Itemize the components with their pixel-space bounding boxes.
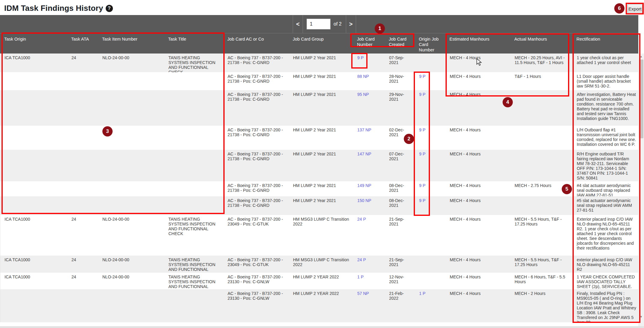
job-card-link[interactable]: 88 NP [357, 74, 369, 79]
horizontal-scrollbar[interactable] [0, 326, 644, 328]
table-cell: HM LUMP 2 Year 2021 [289, 90, 353, 126]
column-header[interactable]: Task ATA [67, 33, 98, 54]
table-cell [164, 196, 223, 215]
grid-column-headers: Task OriginTask ATATask Item NumberTask … [0, 33, 638, 54]
job-card-link[interactable]: 9 P [357, 55, 364, 60]
table-cell: MECH - 4 Hours [446, 273, 510, 289]
table-cell: HM MSG3 LUMP C Transition 2022 [289, 256, 353, 273]
table-cell [415, 54, 446, 72]
table-cell: MECH - 4 Hours [446, 90, 510, 126]
job-card-link[interactable]: 147 NP [357, 152, 371, 156]
table-cell: 9 P [353, 54, 385, 72]
table-cell: AC - Boeing 737 - B737-200 - 23049 - Pos… [223, 256, 289, 273]
table-cell: T&F - 1 Hours [510, 72, 573, 90]
table-cell [98, 289, 164, 322]
table-row: AC - Boeing 737 - B737-200 - 21738 - Pos… [0, 126, 639, 150]
table-cell: HM LUMP 2 Year 2021 [289, 181, 353, 196]
column-header[interactable]: Estimated Manhours [445, 33, 510, 54]
table-cell: 147 NP [353, 150, 385, 181]
table-cell: 08-Dec-2021 [385, 181, 415, 196]
job-card-link[interactable]: 57 NP [357, 291, 369, 296]
table-cell: MECH - 4 Hours [446, 196, 510, 215]
job-card-link[interactable]: 24 P [357, 217, 366, 222]
table-cell: 07-Sep-2021 [385, 54, 415, 72]
table-cell: ICA TCA1000 [0, 215, 67, 256]
vertical-scrollbar-thumb[interactable] [639, 60, 643, 138]
job-card-link[interactable]: 9 P [419, 152, 425, 156]
column-header[interactable]: Task Title [164, 33, 223, 54]
scroll-up-icon[interactable]: ▲ [638, 54, 644, 59]
table-cell: AC - Boeing 737 - B737-200 - 21738 - Pos… [223, 126, 289, 150]
page-number-input[interactable] [307, 19, 331, 29]
table-cell [0, 181, 67, 196]
table-cell: ICA TCA1000 [0, 256, 67, 273]
table-row: ICA TCA100024NLO-24-00-00TANIS HEATING S… [0, 54, 639, 72]
column-header[interactable]: Task Item Number [98, 33, 164, 54]
table-cell [67, 126, 98, 150]
job-card-link[interactable]: 149 NP [357, 183, 371, 188]
job-card-link[interactable]: 9 P [419, 183, 425, 188]
table-cell [510, 150, 573, 181]
table-cell: TANIS HEATING SYSTEMS INSPECTION AND FUN… [164, 54, 223, 72]
table-row: AC - Boeing 737 - B737-200 - 21738 - Pos… [0, 150, 639, 181]
table-cell [98, 150, 164, 181]
table-row: AC - Boeing 737 - B737-200 - 21738 - Pos… [0, 72, 639, 90]
export-button[interactable]: Export [627, 4, 642, 14]
column-header[interactable]: Actual Manhours [510, 33, 572, 54]
next-page-button[interactable]: > [346, 15, 356, 33]
table-cell: ICA TCA1000 [0, 273, 67, 289]
table-cell: MECH - 2 Hours [510, 289, 573, 322]
table-cell: HM LUMP 2 YEAR 2022 [289, 289, 353, 322]
table-row: AC - Boeing 737 - B737-200 - 21738 - Pos… [0, 181, 639, 196]
table-cell [510, 196, 573, 215]
scroll-down-icon[interactable]: ▼ [638, 314, 644, 319]
job-card-link[interactable]: 24 P [357, 257, 366, 262]
table-row: ICA TCA100024NLO-24-00-00TANIS HEATING S… [0, 273, 639, 289]
job-card-link[interactable]: 9 P [419, 74, 425, 79]
table-cell: MECH - 5.5 Hours, T&F - 17.25 Hours [510, 215, 573, 256]
column-header[interactable]: Job Card Number [353, 33, 385, 54]
table-cell: MECH - 6 Hours, T&F - 5.5 Hours [510, 273, 573, 289]
table-cell [415, 215, 446, 256]
job-card-link[interactable]: 150 NP [357, 198, 371, 203]
table-cell: NLO-24-00-00 [98, 273, 164, 289]
table-cell: MECH - 4 Hours [446, 256, 510, 273]
table-row: AC - Boeing 737 - B737-200 - 21738 - Pos… [0, 196, 639, 215]
job-card-link[interactable]: 1 P [357, 274, 364, 279]
table-cell: 24 [67, 256, 98, 273]
table-cell: MECH - 4 Hours [446, 126, 510, 150]
grid-body: ICA TCA100024NLO-24-00-00TANIS HEATING S… [0, 54, 638, 322]
idm-task-findings-page: IDM Task Findings History ? Export < of … [0, 0, 644, 328]
table-cell: HM LUMP 2 Year 2021 [289, 196, 353, 215]
column-header[interactable]: Rectification [572, 33, 638, 54]
table-cell: AC - Boeing 737 - B737-200 - 23130 - Pos… [223, 273, 289, 289]
table-cell: 24 P [353, 215, 385, 256]
help-icon[interactable]: ? [106, 5, 113, 12]
table-cell: 88 NP [353, 72, 385, 90]
table-cell: After investigation, Battery Heat pad fo… [573, 90, 639, 126]
table-cell: HM LUMP 2 Year 2021 [289, 54, 353, 72]
table-cell: 9 P [415, 90, 446, 126]
table-cell: 9 P [415, 196, 446, 215]
job-card-link[interactable]: 95 NP [357, 92, 369, 97]
job-card-link[interactable]: 9 P [419, 198, 425, 203]
job-card-link[interactable]: 1 P [419, 291, 425, 296]
job-card-link[interactable]: 9 P [419, 92, 425, 97]
table-cell: AC - Boeing 737 - B737-200 - 23130 - Pos… [223, 289, 289, 322]
column-header[interactable]: Job Card Created [385, 33, 415, 54]
table-cell: MECH - 4 Hours [446, 215, 510, 256]
page-title: IDM Task Findings History [4, 4, 103, 13]
table-cell: AC - Boeing 737 - B737-200 - 23049 - Pos… [223, 215, 289, 256]
column-header[interactable]: Job Card Group [289, 33, 353, 54]
table-cell [98, 90, 164, 126]
column-header[interactable]: Origin Job Card Number [415, 33, 445, 54]
table-cell: 9 P [415, 72, 446, 90]
table-cell: L1 Door upper assist handle (small handl… [573, 72, 639, 90]
column-header[interactable]: Job Card AC or Co [223, 33, 289, 54]
table-cell: AC - Boeing 737 - B737-200 - 21738 - Pos… [223, 54, 289, 72]
prev-page-button[interactable]: < [293, 15, 303, 33]
table-cell [415, 273, 446, 289]
job-card-link[interactable]: 137 NP [357, 127, 371, 132]
column-header[interactable]: Task Origin [0, 33, 67, 54]
job-card-link[interactable]: 9 P [419, 127, 425, 132]
